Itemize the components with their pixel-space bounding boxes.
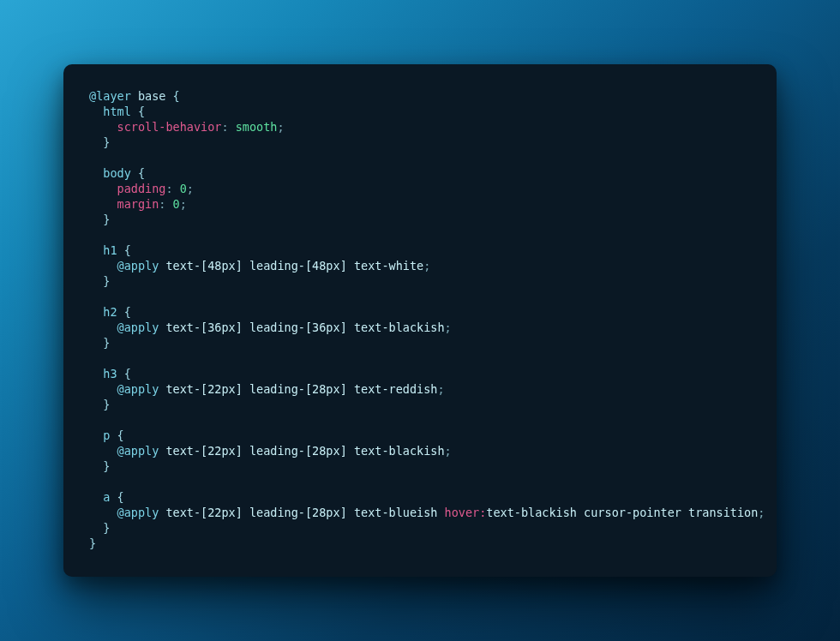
code-block[interactable]: @layer base { html { scroll-behavior: sm… (89, 88, 751, 551)
code-card: @layer base { html { scroll-behavior: sm… (63, 64, 777, 577)
